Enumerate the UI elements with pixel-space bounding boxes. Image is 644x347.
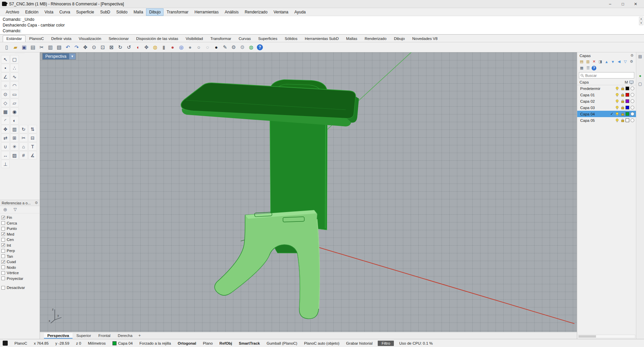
layer-color-swatch[interactable]: [626, 112, 629, 116]
osnap-checkbox[interactable]: [1, 243, 5, 247]
undo-icon[interactable]: ↶: [64, 43, 72, 51]
command-line[interactable]: Comando:: [3, 28, 641, 34]
layer-lock-icon[interactable]: [620, 118, 625, 122]
palette-grip[interactable]: ········: [0, 52, 40, 55]
layers-search-input[interactable]: [585, 73, 633, 78]
menu-item[interactable]: Edición: [22, 8, 41, 16]
menu-item[interactable]: Vista: [41, 8, 56, 16]
circle-dashed-icon[interactable]: ◌: [203, 43, 212, 51]
layer-visibility-bulb-icon[interactable]: [615, 99, 619, 103]
layer-visibility-bulb-icon[interactable]: [615, 93, 619, 97]
menu-item[interactable]: SubD: [97, 8, 113, 16]
menu-item[interactable]: Dibujo: [146, 8, 164, 16]
layer-row[interactable]: Capa 04 ✓: [577, 111, 636, 117]
menu-item[interactable]: Herramientas: [191, 8, 222, 16]
layer-row[interactable]: Capa 05 ✓: [577, 117, 636, 123]
rotate-view-icon[interactable]: ↻: [116, 43, 124, 51]
select-tool[interactable]: ↖: [1, 55, 10, 63]
osnap-item[interactable]: Int: [1, 243, 38, 248]
close-button[interactable]: ✕: [629, 0, 642, 8]
gears-icon[interactable]: ⚙: [230, 43, 238, 51]
osnap-item[interactable]: Cerca: [1, 220, 38, 226]
cplane-tool[interactable]: ⊥: [1, 160, 10, 168]
osnap-item[interactable]: Tan: [1, 254, 38, 259]
add-viewport-icon[interactable]: +: [136, 333, 143, 338]
layers-horizontal-scrollbar[interactable]: [578, 335, 635, 338]
zoom-icon[interactable]: ⊙: [90, 43, 98, 51]
model-3d[interactable]: [40, 52, 577, 332]
osnap-disable-item[interactable]: Desactivar: [1, 285, 38, 291]
grid-tool[interactable]: #: [19, 151, 28, 159]
print-icon[interactable]: ▤: [29, 43, 37, 51]
osnap-item[interactable]: Cen: [1, 237, 38, 243]
mirror-tool[interactable]: ⇄: [1, 134, 10, 142]
render-sphere-icon[interactable]: ●: [169, 43, 177, 51]
options-gear-icon[interactable]: ⚙: [238, 43, 246, 51]
osnap-checkbox[interactable]: [1, 221, 5, 225]
toolbar-tab[interactable]: Estándar: [3, 35, 26, 42]
toolbar-tab[interactable]: Definir vista: [48, 35, 75, 42]
join-tool[interactable]: ∪: [1, 142, 10, 151]
toolbar-tab[interactable]: PlanosC: [26, 35, 47, 42]
demote-icon[interactable]: ◀: [616, 59, 622, 64]
osnap-checkbox[interactable]: [1, 249, 5, 253]
menu-item[interactable]: Transformar: [164, 8, 191, 16]
minimize-button[interactable]: –: [604, 0, 616, 8]
statusbar-item[interactable]: Gumball (PlanoC): [263, 341, 301, 345]
osnap-checkbox[interactable]: [1, 260, 5, 264]
layer-material-circle[interactable]: [631, 93, 634, 97]
statusbar-item[interactable]: RefObj: [216, 341, 236, 345]
command-line[interactable]: Comando: _Undo: [3, 17, 641, 22]
osnap-item[interactable]: Fin: [1, 215, 38, 220]
command-line[interactable]: Deshaciendo Capa - cambiar color: [3, 22, 641, 28]
statusbar-item[interactable]: x 764.85: [31, 341, 52, 345]
copy-icon[interactable]: ▥: [46, 43, 54, 51]
layer-row[interactable]: Capa 01 ✓: [577, 92, 636, 98]
rotate-tool[interactable]: ↻: [19, 125, 28, 133]
layer-material-circle[interactable]: [631, 112, 634, 116]
sphere-outline-icon[interactable]: ○: [195, 43, 203, 51]
osnap-target-icon[interactable]: ◎: [3, 207, 7, 212]
sphere-gray-icon[interactable]: ●: [186, 43, 194, 51]
menu-item[interactable]: Ayuda: [291, 8, 309, 16]
command-scroll-up-icon[interactable]: ▲: [639, 17, 643, 21]
new-sublayer-icon[interactable]: ▥: [585, 59, 591, 64]
new-file-icon[interactable]: ▯: [3, 43, 11, 51]
fillet-tool[interactable]: ◜: [1, 116, 10, 125]
layers-search[interactable]: [579, 72, 634, 79]
panel-help-icon[interactable]: ?: [592, 66, 596, 70]
toolbar-tab[interactable]: Mallas: [342, 35, 361, 42]
copy-tool[interactable]: ▥: [10, 125, 19, 133]
toolbar-tab[interactable]: Disposición de las vistas: [133, 35, 182, 42]
layer-lock-icon[interactable]: [620, 99, 625, 103]
osnap-checkbox[interactable]: [1, 232, 5, 236]
toolbar-tab[interactable]: Renderizado: [361, 35, 390, 42]
toolbar-tab[interactable]: Herramientas SubD: [301, 35, 342, 42]
osnap-item[interactable]: Med: [1, 232, 38, 237]
scrollbar-thumb[interactable]: [579, 335, 596, 338]
curve-tool[interactable]: ∿: [10, 72, 19, 81]
menu-item[interactable]: Malla: [131, 8, 146, 16]
layer-lock-icon[interactable]: [620, 106, 625, 109]
statusbar-item[interactable]: Milímetros: [85, 341, 109, 345]
layer-name[interactable]: Capa 02: [580, 99, 609, 103]
torus-icon[interactable]: ◎: [177, 43, 185, 51]
arc-tool[interactable]: ◠: [10, 81, 19, 90]
sphere-black-icon[interactable]: ●: [212, 43, 220, 51]
menu-item[interactable]: Archivo: [3, 8, 22, 16]
scale-tool[interactable]: ⇅: [28, 125, 37, 133]
panel-properties-tab[interactable]: ▤: [637, 53, 643, 59]
polyline-tool[interactable]: ∠: [1, 72, 10, 81]
osnap-item[interactable]: Punto: [1, 226, 38, 232]
move-down-icon[interactable]: ▼: [610, 59, 616, 64]
layer-color-swatch[interactable]: [626, 106, 629, 109]
paste-icon[interactable]: ▧: [55, 43, 63, 51]
layer-color-swatch[interactable]: [626, 99, 629, 103]
notifications-icon[interactable]: [3, 341, 8, 346]
points-tool[interactable]: ∴: [10, 64, 19, 72]
match-layer-icon[interactable]: ◨: [598, 59, 603, 64]
zoom-window-icon[interactable]: ⊡: [99, 43, 107, 51]
trim-tool[interactable]: ✂: [19, 134, 28, 142]
move-icon[interactable]: ✥: [142, 43, 150, 51]
polygon-tool[interactable]: ◇: [1, 99, 10, 107]
